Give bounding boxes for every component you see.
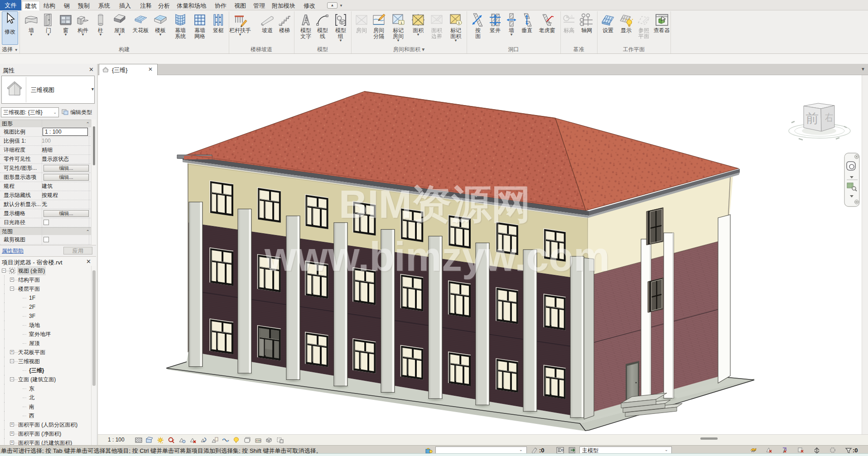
svg-text:右: 右	[825, 112, 833, 123]
svg-text:BIM资源网: BIM资源网	[339, 182, 531, 226]
svg-text:www.bimzyw.com: www.bimzyw.com	[265, 235, 611, 280]
svg-text:-1: -1	[570, 14, 573, 18]
svg-text:1: 1	[458, 21, 460, 25]
svg-text:前: 前	[805, 111, 819, 125]
svg-text:www.bimzyw.com: www.bimzyw.com	[264, 234, 610, 279]
svg-text:1: 1	[400, 21, 403, 25]
svg-text:BIM资源网: BIM资源网	[340, 182, 532, 227]
